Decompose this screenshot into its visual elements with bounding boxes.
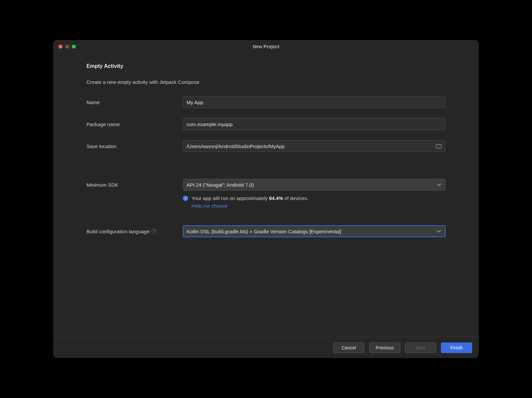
sdk-info-line: i Your app will run on approximately 94.… [183, 195, 446, 201]
save-location-label: Save location [86, 143, 183, 149]
sdk-info-text: Your app will run on approximately 94.4%… [192, 195, 308, 201]
save-location-input[interactable]: /Users/easonj/AndroidStudioProjects/MyAp… [183, 140, 446, 152]
minimum-sdk-select[interactable]: API 24 ("Nougat"; Android 7.0) [183, 179, 446, 191]
footer: Cancel Previous Next Finish [53, 337, 479, 358]
next-button: Next [405, 342, 436, 353]
package-name-input-text: com.example.myapp [187, 121, 232, 127]
info-icon: i [183, 196, 188, 201]
window-title: New Project [53, 44, 479, 49]
minimum-sdk-label: Minimum SDK [86, 182, 183, 188]
page-subheading: Create a new empty activity with Jetpack… [86, 79, 446, 85]
minimum-sdk-value: API 24 ("Nougat"; Android 7.0) [187, 182, 254, 188]
name-input[interactable]: My App [183, 96, 446, 108]
close-window-button[interactable] [59, 45, 63, 49]
package-name-label: Package name [86, 121, 183, 127]
build-lang-value: Kotlin DSL (build.gradle.kts) + Gradle V… [187, 229, 341, 234]
previous-button[interactable]: Previous [369, 342, 400, 353]
build-lang-label-text: Build configuration language [86, 229, 149, 234]
name-input-text: My App [187, 100, 203, 105]
chevron-down-icon [437, 230, 441, 233]
titlebar: New Project [53, 40, 479, 53]
cancel-button[interactable]: Cancel [333, 342, 364, 353]
folder-icon[interactable] [436, 144, 442, 148]
help-icon[interactable]: ? [151, 229, 157, 234]
traffic-lights [53, 45, 76, 49]
build-lang-select[interactable]: Kotlin DSL (build.gradle.kts) + Gradle V… [183, 225, 446, 237]
chevron-down-icon [437, 183, 441, 186]
minimize-window-button[interactable] [65, 45, 69, 49]
form-grid: Name My App Package name com.example.mya… [86, 96, 446, 237]
finish-button[interactable]: Finish [441, 342, 472, 353]
package-name-input[interactable]: com.example.myapp [183, 118, 446, 130]
content-area: Empty Activity Create a new empty activi… [53, 53, 479, 337]
save-location-input-text: /Users/easonj/AndroidStudioProjects/MyAp… [187, 143, 433, 149]
help-me-choose-link[interactable]: Help me choose [183, 203, 446, 209]
spacer [86, 162, 446, 169]
maximize-window-button[interactable] [72, 45, 76, 49]
build-lang-label: Build configuration language ? [86, 229, 183, 234]
name-label: Name [86, 100, 183, 105]
page-heading: Empty Activity [86, 63, 446, 69]
new-project-dialog: New Project Empty Activity Create a new … [53, 40, 479, 358]
sdk-info-block: i Your app will run on approximately 94.… [183, 195, 446, 209]
